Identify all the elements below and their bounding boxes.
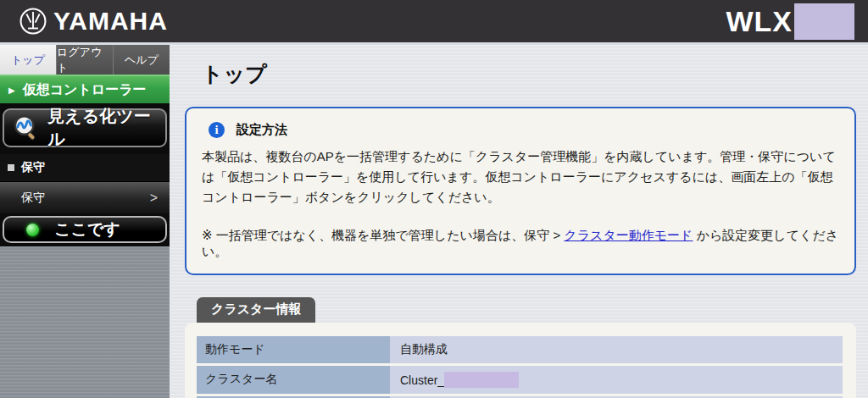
tab-help[interactable]: ヘルプ xyxy=(113,45,170,75)
chevron-right-icon: > xyxy=(150,191,158,206)
tab-top[interactable]: トップ xyxy=(0,45,56,75)
info-box-title: 設定方法 xyxy=(236,122,287,138)
sidebar-tabbar: トップ ログアウト ヘルプ xyxy=(0,45,170,75)
square-bullet-icon xyxy=(8,164,14,171)
row-value: Cluster_ xyxy=(390,366,843,394)
row-value: 自動構成 xyxy=(390,336,843,363)
info-box-body: 本製品は、複数台のAPを一括管理するために「クラスター管理機能」を内蔵しています… xyxy=(202,146,839,207)
model-name: WLX xyxy=(726,3,868,40)
yamaha-logo-icon xyxy=(19,7,47,36)
tab-logout[interactable]: ログアウト xyxy=(56,45,113,75)
main-content: トップ i 設定方法 本製品は、複数台のAPを一括管理するために「クラスター管理… xyxy=(170,45,868,398)
play-arrow-icon: ▶ xyxy=(8,86,15,95)
green-status-dot-icon xyxy=(26,224,39,236)
virtual-controller-button[interactable]: ▶ 仮想コントローラー xyxy=(0,75,170,103)
top-header: YAMAHA WLX xyxy=(0,0,868,45)
sidebar-filler xyxy=(0,246,170,398)
info-box: i 設定方法 本製品は、複数台のAPを一括管理するために「クラスター管理機能」を… xyxy=(185,107,856,275)
here-button[interactable]: ここです xyxy=(3,216,167,243)
maintenance-section-header: 保守 xyxy=(0,154,170,181)
row-label: 動作モード xyxy=(197,336,390,363)
maintenance-item-label: 保守 xyxy=(21,191,45,206)
visualization-tool-label: 見える化ツール xyxy=(47,105,165,151)
table-row: クラスター名Cluster_ xyxy=(197,366,843,394)
sidebar: トップ ログアウト ヘルプ ▶ 仮想コントローラー 見える化ツール xyxy=(0,45,170,398)
cluster-info-panel: 動作モード自動構成クラスター名Cluster_仮想コントローラーのIPアドレス xyxy=(185,323,856,398)
cluster-mode-link[interactable]: クラスター動作モード xyxy=(564,228,693,242)
row-label: クラスター名 xyxy=(197,366,390,394)
model-redaction-box xyxy=(794,3,854,40)
note-prefix: ※ 一括管理ではなく、機器を単独で管理したい場合は、保守 > xyxy=(202,228,564,242)
redaction-box xyxy=(444,372,519,388)
brand: YAMAHA xyxy=(0,7,168,36)
cluster-info-section-tab: クラスター情報 xyxy=(197,297,315,323)
app-window: YAMAHA WLX トップ ログアウト ヘルプ ▶ 仮想コントローラー xyxy=(0,0,868,398)
maintenance-section-label: 保守 xyxy=(21,160,45,175)
cluster-table: 動作モード自動構成クラスター名Cluster_仮想コントローラーのIPアドレス xyxy=(197,336,843,398)
brand-name: YAMAHA xyxy=(53,7,168,36)
info-icon: i xyxy=(209,122,225,138)
page-title: トップ xyxy=(202,60,856,88)
magnifier-wave-icon xyxy=(11,113,41,143)
here-button-area: ここです xyxy=(0,213,170,246)
info-box-note: ※ 一括管理ではなく、機器を単独で管理したい場合は、保守 > クラスター動作モー… xyxy=(202,228,839,260)
tool-button-area: 見える化ツール xyxy=(0,103,170,154)
table-row: 動作モード自動構成 xyxy=(197,336,843,363)
model-prefix: WLX xyxy=(726,5,793,38)
here-button-label: ここです xyxy=(54,218,120,240)
sidebar-item-maintenance[interactable]: 保守 > xyxy=(0,181,170,213)
virtual-controller-label: 仮想コントローラー xyxy=(23,81,147,99)
visualization-tool-button[interactable]: 見える化ツール xyxy=(3,108,167,147)
